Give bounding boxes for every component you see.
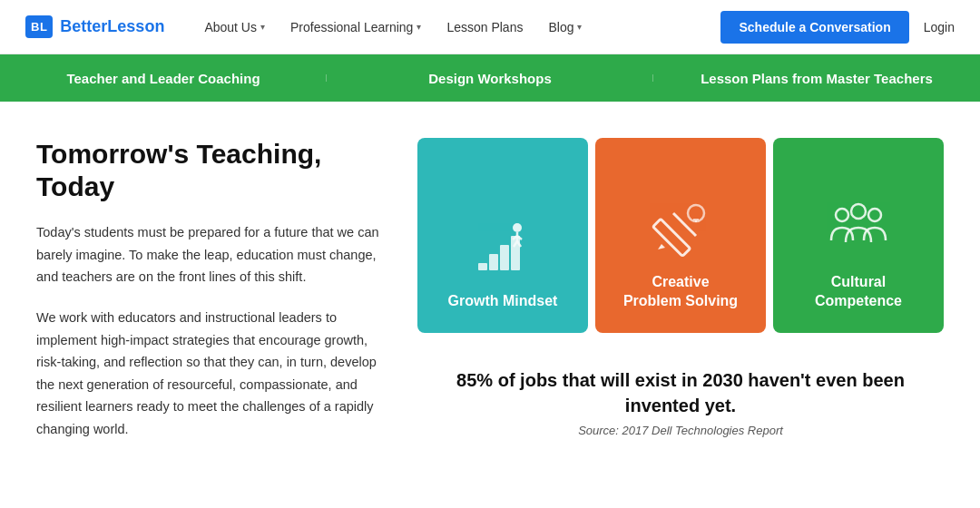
card-cultural-label: Cultural Competence xyxy=(815,273,902,311)
nav-blog[interactable]: Blog ▾ xyxy=(537,13,593,42)
login-link[interactable]: Login xyxy=(924,20,955,34)
green-bar-coaching[interactable]: Teacher and Leader Coaching xyxy=(0,71,327,86)
cultural-competence-icon xyxy=(822,197,895,260)
nav-about[interactable]: About Us ▾ xyxy=(193,13,276,42)
svg-point-16 xyxy=(851,204,866,219)
stat-source: Source: 2017 Dell Technologies Report xyxy=(436,424,926,437)
creative-problem-solving-icon xyxy=(649,197,712,260)
svg-point-17 xyxy=(868,209,881,221)
logo-name: BetterLesson xyxy=(60,17,164,36)
hero-text: Tomorrow's Teaching, Today Today's stude… xyxy=(36,138,381,459)
chevron-down-icon: ▾ xyxy=(416,22,421,32)
svg-line-11 xyxy=(673,213,696,236)
right-col: Growth Mindset Creative Pr xyxy=(417,138,944,446)
card-creative-label: Creative Problem Solving xyxy=(623,273,738,311)
svg-rect-2 xyxy=(500,245,509,270)
navbar: BL BetterLesson About Us ▾ Professional … xyxy=(0,0,980,54)
growth-mindset-icon xyxy=(471,216,534,279)
main-content: Tomorrow's Teaching, Today Today's stude… xyxy=(0,102,980,486)
logo-abbr: BL xyxy=(25,15,53,38)
stat-section: 85% of jobs that will exist in 2030 have… xyxy=(417,358,944,446)
nav-right: Schedule a Conversation Login xyxy=(720,11,955,44)
hero-title: Tomorrow's Teaching, Today xyxy=(36,138,381,203)
hero-para-2: We work with educators and instructional… xyxy=(36,307,381,441)
nav-lesson-plans[interactable]: Lesson Plans xyxy=(436,13,534,42)
svg-rect-3 xyxy=(511,236,520,270)
cards-row: Growth Mindset Creative Pr xyxy=(417,138,944,333)
card-cultural-competence[interactable]: Cultural Competence xyxy=(773,138,944,333)
card-growth-label: Growth Mindset xyxy=(448,292,558,311)
green-bar-lesson-plans[interactable]: Lesson Plans from Master Teachers xyxy=(653,71,980,86)
logo[interactable]: BL BetterLesson xyxy=(25,15,164,38)
nav-links: About Us ▾ Professional Learning ▾ Lesso… xyxy=(193,13,720,42)
svg-point-4 xyxy=(513,223,522,232)
chevron-down-icon: ▾ xyxy=(577,22,582,32)
chevron-down-icon: ▾ xyxy=(260,22,265,32)
svg-point-15 xyxy=(836,209,848,221)
hero-para-1: Today's students must be prepared for a … xyxy=(36,221,381,288)
green-bar-workshops[interactable]: Design Workshops xyxy=(327,71,653,86)
stat-text: 85% of jobs that will exist in 2030 have… xyxy=(436,367,926,418)
card-creative-problem-solving[interactable]: Creative Problem Solving xyxy=(595,138,766,333)
svg-rect-1 xyxy=(489,254,498,270)
schedule-button[interactable]: Schedule a Conversation xyxy=(720,11,908,44)
nav-professional-learning[interactable]: Professional Learning ▾ xyxy=(279,13,432,42)
card-growth-mindset[interactable]: Growth Mindset xyxy=(417,138,588,333)
svg-rect-0 xyxy=(478,263,487,270)
green-bar: Teacher and Leader Coaching Design Works… xyxy=(0,54,980,102)
